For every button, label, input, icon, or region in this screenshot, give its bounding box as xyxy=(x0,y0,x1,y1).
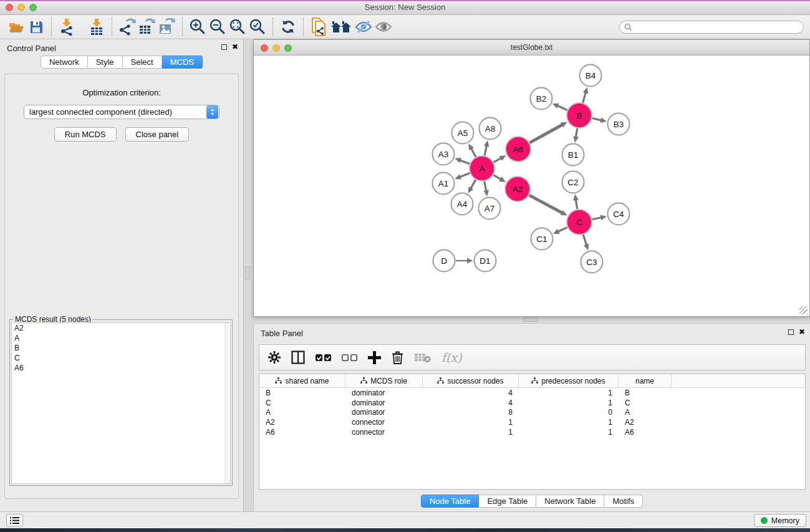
table-cell[interactable]: B xyxy=(259,389,345,397)
graph-edge-A-A5[interactable] xyxy=(471,148,476,157)
deselect-all-icon[interactable] xyxy=(342,354,357,362)
tab-network-table[interactable]: Network Table xyxy=(536,495,604,508)
table-cell[interactable]: 1 xyxy=(519,428,619,437)
close-panel-icon[interactable]: ✖ xyxy=(799,329,805,335)
export-image-icon[interactable] xyxy=(157,17,177,36)
first-neighbors-icon[interactable] xyxy=(329,17,354,36)
table-row[interactable]: Bdominator41B xyxy=(259,388,805,398)
graph-edge-A2-C[interactable] xyxy=(529,195,562,213)
table-cell[interactable]: A6 xyxy=(619,428,672,437)
graph-edge-A-A2[interactable] xyxy=(493,175,501,180)
table-cell[interactable]: A xyxy=(619,408,672,417)
network-window-titlebar[interactable]: testGlobe.txt xyxy=(254,40,809,56)
zoom-fit-icon[interactable] xyxy=(228,17,248,36)
delete-table-icon[interactable] xyxy=(414,352,431,363)
table-cell[interactable]: 1 xyxy=(519,418,619,427)
gear-icon[interactable] xyxy=(268,351,281,364)
close-panel-icon[interactable]: ✖ xyxy=(232,44,238,50)
list-item[interactable]: A2 xyxy=(12,323,230,333)
table-cell[interactable]: connector xyxy=(345,428,423,437)
memory-button[interactable]: Memory xyxy=(754,514,806,527)
search-input[interactable] xyxy=(632,22,799,31)
table-cell[interactable]: A xyxy=(259,408,345,417)
import-table-icon[interactable] xyxy=(87,17,107,36)
column-header-successor-nodes[interactable]: successor nodes xyxy=(423,374,519,387)
table-cell[interactable]: 8 xyxy=(423,408,519,417)
table-cell[interactable]: A2 xyxy=(619,418,672,427)
graph-edge-C-C4[interactable] xyxy=(592,218,602,220)
table-cell[interactable]: dominator xyxy=(345,389,423,397)
resize-grip-icon[interactable] xyxy=(799,306,808,314)
mcds-result-list[interactable]: A2ABCA6 xyxy=(11,322,231,484)
export-table-icon[interactable] xyxy=(137,17,157,36)
column-header-name[interactable]: name xyxy=(619,374,672,387)
table-row[interactable]: A2connector11A2 xyxy=(259,417,805,427)
graph-edge-B-B4[interactable] xyxy=(583,92,586,102)
list-item[interactable]: B xyxy=(12,343,230,353)
tab-mcds[interactable]: MCDS xyxy=(162,56,203,69)
graph-edge-B-B1[interactable] xyxy=(576,128,577,137)
columns-icon[interactable] xyxy=(291,351,305,364)
table-cell[interactable]: B xyxy=(619,389,672,397)
zoom-in-icon[interactable] xyxy=(188,17,208,36)
table-cell[interactable]: dominator xyxy=(345,408,423,417)
copy-network-icon[interactable] xyxy=(309,17,329,36)
tab-motifs[interactable]: Motifs xyxy=(604,495,643,508)
tab-network[interactable]: Network xyxy=(41,56,88,69)
task-history-button[interactable] xyxy=(6,514,23,527)
table-cell[interactable]: connector xyxy=(345,418,423,427)
show-all-icon[interactable] xyxy=(374,17,393,36)
criterion-dropdown[interactable]: largest connected component (directed) ▲… xyxy=(24,105,219,119)
horizontal-splitter-handle[interactable] xyxy=(524,317,538,322)
list-item[interactable]: C xyxy=(12,353,230,363)
add-column-icon[interactable] xyxy=(368,351,381,364)
table-cell[interactable]: C xyxy=(259,399,345,407)
vertical-splitter-handle[interactable] xyxy=(245,266,250,280)
graph-edge-A-A4[interactable] xyxy=(471,180,476,188)
list-item[interactable]: A xyxy=(12,333,230,343)
function-builder-icon[interactable]: f(x) xyxy=(441,351,462,364)
save-session-icon[interactable] xyxy=(26,17,46,36)
graph-edge-A-A3[interactable] xyxy=(460,160,470,164)
open-session-icon[interactable] xyxy=(6,17,26,36)
graph-edge-A6-B[interactable] xyxy=(529,125,562,143)
zoom-selected-icon[interactable] xyxy=(248,17,268,36)
table-cell[interactable]: 4 xyxy=(423,399,519,407)
import-network-icon[interactable] xyxy=(57,17,77,36)
table-cell[interactable]: 0 xyxy=(519,408,619,417)
column-header-MCDS-role[interactable]: MCDS role xyxy=(345,374,423,387)
column-header-shared-name[interactable]: shared name xyxy=(259,374,345,387)
list-item[interactable]: A6 xyxy=(12,363,230,373)
scrollbar[interactable] xyxy=(224,323,230,483)
search-field[interactable] xyxy=(619,21,804,34)
table-row[interactable]: Adominator80A xyxy=(259,408,805,418)
table-cell[interactable]: 1 xyxy=(519,389,619,397)
tab-edge-table[interactable]: Edge Table xyxy=(479,495,536,508)
table-cell[interactable]: 1 xyxy=(423,418,519,427)
float-panel-icon[interactable] xyxy=(788,329,794,335)
tab-select[interactable]: Select xyxy=(123,56,162,69)
graph-edge-B-B3[interactable] xyxy=(592,118,601,120)
graph-edge-A-A1[interactable] xyxy=(460,173,470,177)
run-mcds-button[interactable]: Run MCDS xyxy=(54,127,117,142)
table-cell[interactable]: 4 xyxy=(423,389,519,397)
graph-edge-A-A8[interactable] xyxy=(485,146,486,155)
table-cell[interactable]: A2 xyxy=(259,418,345,427)
table-cell[interactable]: dominator xyxy=(345,399,423,407)
graph-edge-A-A6[interactable] xyxy=(494,158,501,162)
column-header-predecessor-nodes[interactable]: predecessor nodes xyxy=(519,374,619,387)
table-cell[interactable]: A6 xyxy=(259,428,345,437)
table-row[interactable]: Cdominator41C xyxy=(259,398,805,408)
table-cell[interactable]: 1 xyxy=(519,399,619,407)
tab-node-table[interactable]: Node Table xyxy=(421,495,480,508)
graph-edge-C-C2[interactable] xyxy=(576,200,577,209)
table-row[interactable]: A6connector11A6 xyxy=(259,427,805,437)
float-panel-icon[interactable] xyxy=(221,44,227,50)
table-cell[interactable]: C xyxy=(619,399,672,407)
graph-edge-A-A7[interactable] xyxy=(485,181,486,191)
tab-style[interactable]: Style xyxy=(88,56,123,69)
hide-selection-icon[interactable] xyxy=(354,17,374,36)
delete-icon[interactable] xyxy=(392,351,403,364)
select-all-icon[interactable] xyxy=(316,354,331,362)
refresh-icon[interactable] xyxy=(278,17,298,36)
